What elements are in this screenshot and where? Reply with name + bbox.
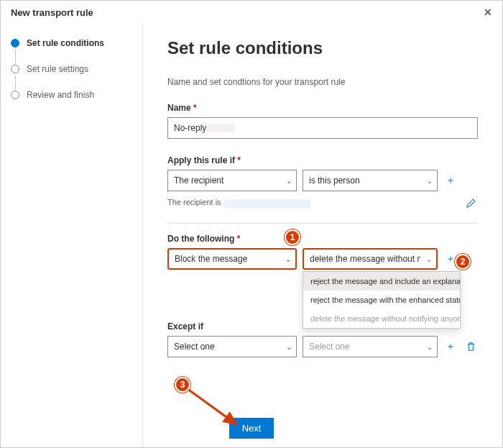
apply-condition-select[interactable]: The recipient ⌄: [167, 170, 297, 191]
add-exception-icon[interactable]: ＋: [443, 339, 458, 354]
chevron-down-icon: ⌄: [427, 177, 433, 185]
callout-badge-2: 2: [455, 254, 471, 270]
step-label: Review and finish: [27, 90, 94, 100]
step-dot-icon: [11, 39, 19, 47]
edit-icon[interactable]: [463, 196, 478, 210]
redacted-recipient: [224, 199, 310, 208]
redacted-text: [206, 124, 235, 132]
except-value-select[interactable]: Select one ⌄: [303, 336, 438, 357]
callout-badge-3: 3: [175, 377, 190, 393]
action-value-dropdown: reject the message and include an explan…: [303, 271, 461, 329]
except-condition-select[interactable]: Select one ⌄: [167, 336, 297, 357]
delete-exception-icon[interactable]: [463, 339, 478, 354]
step-set-rule-conditions[interactable]: Set rule conditions: [11, 38, 132, 64]
do-action-value-select[interactable]: delete the message without notif... ⌄: [303, 248, 438, 270]
add-condition-icon[interactable]: ＋: [443, 173, 458, 188]
divider: [167, 223, 478, 224]
chevron-down-icon: ⌄: [286, 177, 292, 185]
do-following-label: Do the following *: [167, 234, 478, 244]
page-title: Set rule conditions: [167, 38, 478, 58]
chevron-down-icon: ⌄: [427, 343, 433, 351]
step-dot-icon: [11, 91, 19, 99]
step-review-and-finish[interactable]: Review and finish: [11, 90, 132, 116]
page-subtitle: Name and set condtions for your transpor…: [167, 77, 478, 87]
name-label: Name *: [167, 103, 478, 113]
apply-value-select[interactable]: is this person ⌄: [303, 170, 438, 191]
step-dot-icon: [11, 65, 19, 73]
dialog-title: New transport rule: [11, 7, 93, 18]
do-action-select[interactable]: Block the message ⌄: [167, 248, 297, 270]
chevron-down-icon: ⌄: [285, 255, 291, 263]
next-button[interactable]: Next: [229, 418, 274, 439]
dropdown-option[interactable]: delete the message without notifying any…: [303, 309, 460, 328]
recipient-summary: The recipient is: [167, 198, 310, 207]
chevron-down-icon: ⌄: [286, 343, 292, 351]
dropdown-option[interactable]: reject the message with the enhanced sta…: [303, 291, 460, 309]
step-label: Set rule conditions: [27, 38, 104, 48]
step-set-rule-settings[interactable]: Set rule settings: [11, 64, 132, 90]
close-icon[interactable]: ✕: [484, 6, 492, 18]
chevron-down-icon: ⌄: [426, 255, 432, 263]
name-value: No-reply: [174, 123, 206, 133]
dropdown-option[interactable]: reject the message and include an explan…: [303, 272, 460, 291]
wizard-sidebar: Set rule conditions Set rule settings Re…: [1, 24, 143, 447]
name-input[interactable]: No-reply: [167, 117, 478, 139]
step-label: Set rule settings: [27, 64, 88, 74]
callout-badge-1: 1: [285, 229, 300, 245]
apply-rule-label: Apply this rule if *: [167, 155, 478, 165]
